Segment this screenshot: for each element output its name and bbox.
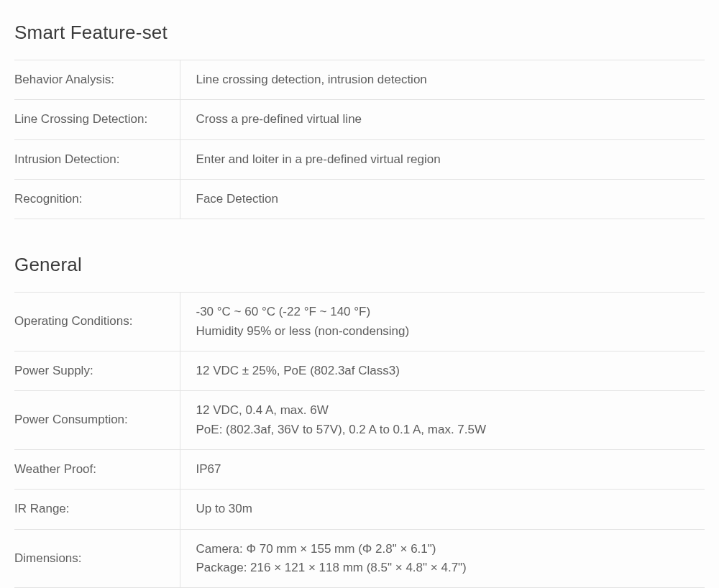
spec-value: 12 VDC, 0.4 A, max. 6WPoE: (802.3af, 36V… — [180, 391, 705, 450]
spec-value: Cross a pre-defined virtual line — [180, 100, 705, 139]
spec-value: Up to 30m — [180, 490, 705, 529]
spec-label: Power Supply: — [14, 352, 180, 391]
spec-value: -30 °C ~ 60 °C (-22 °F ~ 140 °F)Humidity… — [180, 293, 705, 352]
table-row: Operating Conditions: -30 °C ~ 60 °C (-2… — [14, 293, 705, 352]
table-row: IR Range: Up to 30m — [14, 490, 705, 529]
section-title-smart-feature-set: Smart Feature-set — [14, 22, 705, 44]
spec-value: 12 VDC ± 25%, PoE (802.3af Class3) — [180, 352, 705, 391]
spec-label: Power Consumption: — [14, 391, 180, 450]
spec-label: Behavior Analysis: — [14, 60, 180, 100]
spec-table-smart-feature-set: Behavior Analysis: Line crossing detecti… — [14, 60, 705, 219]
spec-value: Camera: Φ 70 mm × 155 mm (Φ 2.8" × 6.1")… — [180, 529, 705, 588]
spec-label: Intrusion Detection: — [14, 139, 180, 179]
table-row: Recognition: Face Detection — [14, 180, 705, 219]
table-row: Dimensions: Camera: Φ 70 mm × 155 mm (Φ … — [14, 529, 705, 588]
table-row: Behavior Analysis: Line crossing detecti… — [14, 60, 705, 100]
table-row: Power Consumption: 12 VDC, 0.4 A, max. 6… — [14, 391, 705, 450]
table-row: Weather Proof: IP67 — [14, 450, 705, 490]
spec-label: Recognition: — [14, 180, 180, 219]
spec-value: Enter and loiter in a pre-defined virtua… — [180, 139, 705, 179]
spec-value: Face Detection — [180, 180, 705, 219]
spec-value: Line crossing detection, intrusion detec… — [180, 60, 705, 100]
spec-label: Line Crossing Detection: — [14, 100, 180, 139]
table-row: Line Crossing Detection: Cross a pre-def… — [14, 100, 705, 139]
section-title-general: General — [14, 254, 705, 276]
spec-label: Weather Proof: — [14, 450, 180, 490]
table-row: Intrusion Detection: Enter and loiter in… — [14, 139, 705, 179]
spec-label: Dimensions: — [14, 529, 180, 588]
spec-container: Smart Feature-set Behavior Analysis: Lin… — [0, 0, 719, 588]
spec-label: IR Range: — [14, 490, 180, 529]
spec-table-general: Operating Conditions: -30 °C ~ 60 °C (-2… — [14, 292, 705, 588]
table-row: Power Supply: 12 VDC ± 25%, PoE (802.3af… — [14, 352, 705, 391]
spec-value: IP67 — [180, 450, 705, 490]
spec-label: Operating Conditions: — [14, 293, 180, 352]
